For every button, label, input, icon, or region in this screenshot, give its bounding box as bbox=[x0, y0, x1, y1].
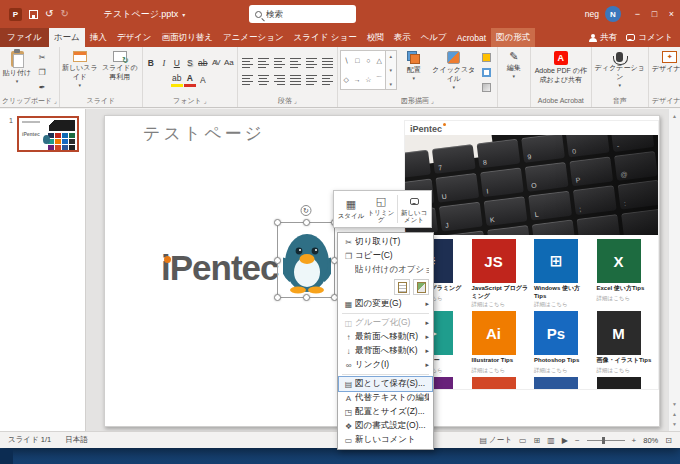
menu-item-link[interactable]: ∞ リンク(I) bbox=[339, 358, 432, 372]
resize-handle-n[interactable] bbox=[303, 219, 310, 226]
align-center-button[interactable] bbox=[256, 73, 271, 87]
menu-item-size-and-position[interactable]: ◳ 配置とサイズ(Z)... bbox=[339, 405, 432, 419]
slideshow-button[interactable]: ▶ bbox=[562, 436, 568, 445]
ribbon-tab[interactable]: スライド ショー bbox=[289, 28, 362, 47]
zoom-slider[interactable] bbox=[587, 435, 625, 445]
webpage-screenshot-image[interactable]: iPentec 67890-YUIOP@HJKL;:NM,./_ bbox=[404, 120, 659, 390]
shape-fill-button[interactable] bbox=[479, 50, 495, 64]
menu-item-copy[interactable]: ❐ コピー(C) bbox=[339, 249, 432, 263]
menu-item-bring-to-front[interactable]: ↑ 最前面へ移動(R) bbox=[339, 330, 432, 344]
menu-item-edit-alt-text[interactable]: A 代替テキストの編集(A)... bbox=[339, 391, 432, 405]
shape-option[interactable]: ∖ bbox=[344, 57, 348, 64]
shape-outline-button[interactable] bbox=[479, 65, 495, 79]
menu-item-cut[interactable]: ✂ 切り取り(T) bbox=[339, 235, 432, 249]
picture-styles-button[interactable]: ▦ スタイル bbox=[336, 193, 366, 225]
ribbon-tab[interactable]: 図の形式 bbox=[491, 28, 535, 47]
close-button[interactable]: × bbox=[663, 0, 680, 28]
shapes-scroll-up-icon[interactable]: ▴ bbox=[390, 53, 393, 59]
highlight-color-button[interactable]: ab bbox=[171, 73, 183, 87]
slide-title-text[interactable]: テストページ bbox=[143, 122, 265, 145]
decrease-indent-button[interactable] bbox=[272, 56, 287, 70]
user-avatar[interactable]: N bbox=[605, 6, 621, 22]
italic-button[interactable]: I bbox=[158, 56, 170, 70]
strikethrough-button[interactable]: ab bbox=[197, 56, 209, 70]
scroll-up-button[interactable]: ▲ bbox=[672, 111, 677, 121]
ribbon-tab[interactable]: Acrobat bbox=[452, 28, 491, 47]
redo-button[interactable]: ↻ bbox=[60, 9, 68, 19]
line-spacing-button[interactable] bbox=[304, 56, 319, 70]
menu-item-change-picture[interactable]: ▦ 図の変更(G) bbox=[339, 297, 432, 311]
align-left-button[interactable] bbox=[240, 73, 255, 87]
user-name[interactable]: neg bbox=[585, 9, 599, 19]
undo-button[interactable]: ↺ bbox=[45, 9, 53, 19]
notes-button[interactable]: ▤ ノート bbox=[480, 435, 512, 445]
next-slide-button[interactable]: ▼ bbox=[672, 419, 677, 429]
scroll-down-button[interactable]: ▼ bbox=[672, 399, 677, 409]
font-color-button[interactable]: A bbox=[184, 73, 196, 87]
shape-option[interactable]: △ bbox=[377, 57, 382, 64]
ribbon-tab[interactable]: 表示 bbox=[389, 28, 416, 47]
slide-sorter-view-button[interactable]: ⊞ bbox=[534, 436, 541, 445]
shape-option[interactable]: □ bbox=[355, 57, 359, 64]
cut-button[interactable]: ✂ bbox=[34, 50, 50, 64]
text-shadow-button[interactable]: S bbox=[184, 56, 196, 70]
shape-option[interactable]: → bbox=[354, 76, 361, 83]
normal-view-button[interactable]: ▭ bbox=[519, 436, 527, 445]
character-spacing-button[interactable]: AV bbox=[210, 56, 222, 70]
zoom-in-button[interactable]: + bbox=[632, 436, 637, 445]
text-direction-button[interactable] bbox=[320, 56, 335, 70]
dictate-button[interactable]: ディクテーション ▾ bbox=[594, 48, 646, 94]
ipentec-logo[interactable]: iPentec bbox=[161, 250, 279, 285]
crop-button[interactable]: ◱ トリミング bbox=[366, 193, 396, 225]
search-input[interactable] bbox=[266, 9, 350, 19]
share-button[interactable]: 共有 bbox=[589, 32, 617, 44]
paste-button[interactable]: 貼り付け ▾ bbox=[2, 48, 32, 94]
resize-handle-sw[interactable] bbox=[274, 294, 281, 301]
penguin-image[interactable] bbox=[283, 228, 331, 294]
columns-button[interactable] bbox=[304, 73, 319, 87]
shapes-gallery-scroll[interactable]: ▴ ▾ ▾ bbox=[386, 50, 397, 90]
menu-item-new-comment[interactable]: ▭ 新しいコメント bbox=[339, 433, 432, 447]
adobe-pdf-button[interactable]: A Adobe PDF の作成および共有 bbox=[533, 48, 589, 94]
convert-smartart-button[interactable] bbox=[320, 73, 335, 87]
powerpoint-app-icon[interactable]: P bbox=[9, 8, 22, 21]
bullets-button[interactable] bbox=[240, 56, 255, 70]
menu-paste-options-row[interactable] bbox=[339, 277, 432, 297]
shape-effects-button[interactable] bbox=[479, 80, 495, 94]
reading-view-button[interactable]: ▥ bbox=[547, 436, 555, 445]
arrange-button[interactable]: 配置 ▾ bbox=[399, 48, 429, 94]
fit-to-window-button[interactable]: ⊡ bbox=[665, 436, 672, 445]
slide-thumbnail[interactable]: iPentec bbox=[17, 116, 79, 152]
vertical-scrollbar[interactable]: ▲ ▼ ▲ ▼ bbox=[668, 109, 680, 431]
resize-handle-nw[interactable] bbox=[274, 219, 281, 226]
numbering-button[interactable] bbox=[256, 56, 271, 70]
shape-option[interactable]: ⌒ bbox=[376, 76, 383, 83]
ribbon-tab[interactable]: 校閲 bbox=[362, 28, 389, 47]
justify-button[interactable] bbox=[288, 73, 303, 87]
menu-item-group[interactable]: ◫ グループ化(G) bbox=[339, 316, 432, 330]
maximize-button[interactable]: □ bbox=[646, 0, 663, 28]
ribbon-tab[interactable]: アニメーション bbox=[218, 28, 289, 47]
drawing-dialog-launcher-icon[interactable]: ⌟ bbox=[431, 97, 434, 104]
ribbon-tab[interactable]: ファイル bbox=[0, 28, 49, 47]
ribbon-tab[interactable]: デザイン bbox=[112, 28, 157, 47]
shape-option[interactable]: ◇ bbox=[344, 76, 349, 83]
zoom-out-button[interactable]: − bbox=[575, 436, 580, 445]
shapes-more-icon[interactable]: ▾ bbox=[390, 81, 393, 87]
language-indicator[interactable]: 日本語 bbox=[65, 435, 88, 445]
comments-button[interactable]: コメント bbox=[626, 32, 673, 44]
resize-handle-w[interactable] bbox=[274, 257, 281, 264]
new-slide-button[interactable]: 新しいスライド ▾ bbox=[62, 48, 98, 94]
paragraph-dialog-launcher-icon[interactable]: ⌟ bbox=[294, 97, 297, 104]
reuse-slides-button[interactable]: スライドの再利用 bbox=[100, 48, 140, 94]
minimize-button[interactable]: − bbox=[629, 0, 646, 28]
resize-handle-s[interactable] bbox=[303, 294, 310, 301]
font-dialog-launcher-icon[interactable]: ⌟ bbox=[204, 97, 207, 104]
ribbon-tab[interactable]: ホーム bbox=[49, 28, 85, 47]
menu-item-send-to-back[interactable]: ↓ 最背面へ移動(K) bbox=[339, 344, 432, 358]
quick-styles-button[interactable]: クイックスタイル ▾ bbox=[431, 48, 477, 94]
zoom-percent[interactable]: 80% bbox=[643, 436, 658, 445]
format-painter-button[interactable]: ✒ bbox=[34, 80, 50, 94]
copy-button[interactable]: ❐ bbox=[34, 65, 50, 79]
new-comment-button[interactable]: 新しいコメント bbox=[399, 193, 429, 225]
